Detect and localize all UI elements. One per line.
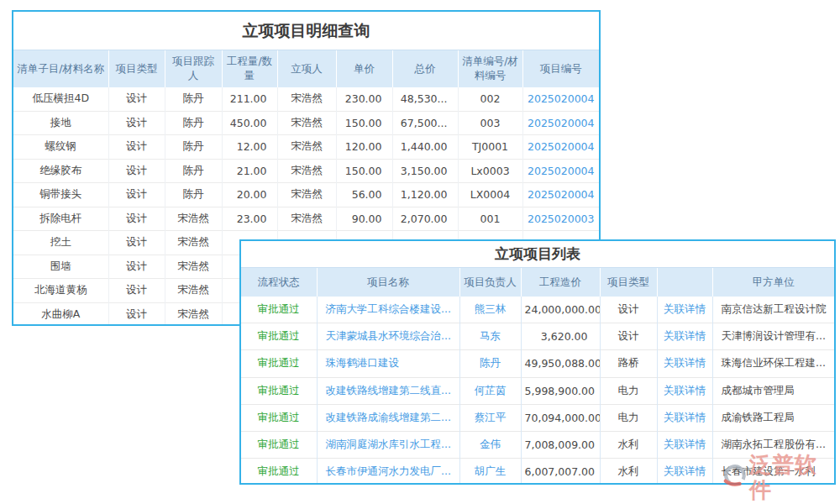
table-row: 接地设计陈丹450.00宋浩然150.0067,500...0032025020…	[13, 111, 599, 135]
unit-price: 120.00	[336, 135, 392, 160]
material-name: 绝缘胶布	[13, 159, 108, 183]
project-code-link[interactable]: 2025020003	[522, 207, 599, 231]
project-cost: 49,950,088.00	[521, 350, 600, 377]
list-code: TJ0001	[458, 135, 522, 160]
flow-status-link[interactable]: 审批通过	[241, 404, 317, 431]
column-header-project-name-link: 项目名称	[317, 268, 459, 297]
unit-price: 150.00	[336, 111, 392, 135]
project-name-link[interactable]: 长春市伊通河水力发电厂...	[317, 459, 459, 485]
column-header-initiator: 立项人	[277, 50, 336, 88]
project-tracker: 陈丹	[165, 135, 222, 160]
project-type: 设计	[108, 255, 165, 279]
project-name-link[interactable]: 改建铁路线增建第二线直...	[317, 377, 459, 404]
client-unit: 天津博润设计管理有...	[712, 323, 834, 350]
project-leader-link[interactable]: 马东	[459, 323, 521, 350]
list-code: 001	[458, 207, 522, 231]
related-detail-link[interactable]: 关联详情	[657, 459, 712, 485]
project-leader-link[interactable]: 胡广生	[459, 459, 521, 485]
project-cost: 3,620.00	[521, 323, 600, 350]
project-name-link[interactable]: 珠海鹤港口建设	[317, 350, 459, 377]
fanpu-swoosh-logo-icon	[722, 463, 748, 491]
project-tracker: 宋浩然	[165, 302, 222, 326]
project-tracker: 陈丹	[165, 111, 222, 135]
list-code: Lx0003	[458, 159, 522, 183]
client-unit: 成渝铁路工程局	[712, 404, 834, 431]
project-cost: 6,007,007.00	[521, 459, 600, 485]
flow-status-link[interactable]: 审批通过	[241, 377, 317, 404]
project-leader-link[interactable]: 蔡江平	[459, 404, 521, 431]
flow-status-link[interactable]: 审批通过	[241, 459, 317, 485]
project-name-link[interactable]: 湖南洞庭湖水库引水工程...	[317, 431, 459, 458]
project-name-link[interactable]: 济南大学工科综合楼建设...	[317, 297, 459, 323]
project-leader-link[interactable]: 何芷茵	[459, 377, 521, 404]
project-leader-link[interactable]: 熊三林	[459, 297, 521, 323]
unit-price: 56.00	[336, 183, 392, 207]
project-name-link[interactable]: 改建铁路成渝线增建第二...	[317, 404, 459, 431]
material-name: 围墙	[13, 255, 108, 279]
project-tracker: 宋浩然	[165, 255, 222, 279]
column-header-total-price: 总价	[392, 50, 458, 88]
column-header-unit-price: 单价	[336, 50, 392, 88]
project-cost: 70,094,000.00	[521, 404, 600, 431]
project-leader-link[interactable]: 陈丹	[459, 350, 521, 377]
column-header-client-unit: 甲方单位	[712, 268, 834, 297]
total-price: 1,120.00	[392, 183, 458, 207]
related-detail-link[interactable]: 关联详情	[657, 431, 712, 458]
project-type: 设计	[108, 302, 165, 326]
quantity: 21.00	[222, 159, 277, 183]
quantity: 211.00	[222, 87, 277, 111]
table-row: 低压横担4D设计陈丹211.00宋浩然230.0048,530...002202…	[13, 87, 599, 111]
table-row: 铜带接头设计陈丹20.00宋浩然56.001,120.00LX000420250…	[13, 183, 599, 207]
initiator: 宋浩然	[277, 135, 336, 160]
material-name: 螺纹钢	[13, 135, 108, 160]
flow-status-link[interactable]: 审批通过	[241, 431, 317, 458]
column-header-flow-status-link: 流程状态	[241, 268, 317, 297]
related-detail-link[interactable]: 关联详情	[657, 350, 712, 377]
project-tracker: 陈丹	[165, 87, 222, 111]
table-row: 审批通过改建铁路线增建第二线直...何芷茵5,998,900.00电力关联详情成…	[241, 377, 834, 404]
column-header-material-name: 清单子目/材料名称	[13, 50, 108, 88]
project-code-link[interactable]: 2025020004	[522, 135, 599, 160]
project-name-link[interactable]: 天津蒙城县水环境综合治...	[317, 323, 459, 350]
table-row: 拆除电杆设计宋浩然23.00宋浩然90.002,070.000012025020…	[13, 207, 599, 231]
list-code: LX0004	[458, 183, 522, 207]
project-tracker: 陈丹	[165, 159, 222, 183]
list-panel-title: 立项项目列表	[241, 241, 834, 267]
quantity: 23.00	[222, 207, 277, 231]
project-type: 设计	[108, 279, 165, 303]
column-header-list-code: 清单编号/材料编号	[458, 50, 522, 88]
initiator: 宋浩然	[277, 87, 336, 111]
table-row: 审批通过济南大学工科综合楼建设...熊三林24,000,000.00设计关联详情…	[241, 297, 834, 323]
detail-panel-title: 立项项目明细查询	[13, 12, 599, 50]
project-type: 设计	[108, 207, 165, 231]
project-list-panel: 立项项目列表 流程状态项目名称项目负责人工程造价项目类型甲方单位审批通过济南大学…	[239, 239, 836, 485]
client-unit: 珠海信业环保工程建...	[712, 350, 834, 377]
project-type: 水利	[600, 431, 657, 458]
project-code-link[interactable]: 2025020004	[522, 159, 599, 183]
list-code: 003	[458, 111, 522, 135]
material-name: 低压横担4D	[13, 87, 108, 111]
project-type: 设计	[108, 135, 165, 160]
project-cost: 24,000,000.00	[521, 297, 600, 323]
related-detail-link[interactable]: 关联详情	[657, 297, 712, 323]
project-code-link[interactable]: 2025020004	[522, 87, 599, 111]
quantity: 450.00	[222, 111, 277, 135]
unit-price: 150.00	[336, 159, 392, 183]
total-price: 3,150.00	[392, 159, 458, 183]
project-code-link[interactable]: 2025020004	[522, 111, 599, 135]
column-header-project-type: 项目类型	[108, 50, 165, 88]
flow-status-link[interactable]: 审批通过	[241, 297, 317, 323]
flow-status-link[interactable]: 审批通过	[241, 350, 317, 377]
total-price: 1,440.00	[392, 135, 458, 160]
table-row: 审批通过珠海鹤港口建设陈丹49,950,088.00路桥关联详情珠海信业环保工程…	[241, 350, 834, 377]
header-row: 流程状态项目名称项目负责人工程造价项目类型甲方单位	[241, 268, 834, 297]
column-header-project-leader-link: 项目负责人	[459, 268, 521, 297]
project-code-link[interactable]: 2025020004	[522, 183, 599, 207]
related-detail-link[interactable]: 关联详情	[657, 404, 712, 431]
header-row: 清单子目/材料名称项目类型项目跟踪人工程量/数量立项人单价总价清单编号/材料编号…	[13, 50, 599, 88]
related-detail-link[interactable]: 关联详情	[657, 323, 712, 350]
column-header-quantity: 工程量/数量	[222, 50, 277, 88]
project-leader-link[interactable]: 金伟	[459, 431, 521, 458]
flow-status-link[interactable]: 审批通过	[241, 323, 317, 350]
related-detail-link[interactable]: 关联详情	[657, 377, 712, 404]
